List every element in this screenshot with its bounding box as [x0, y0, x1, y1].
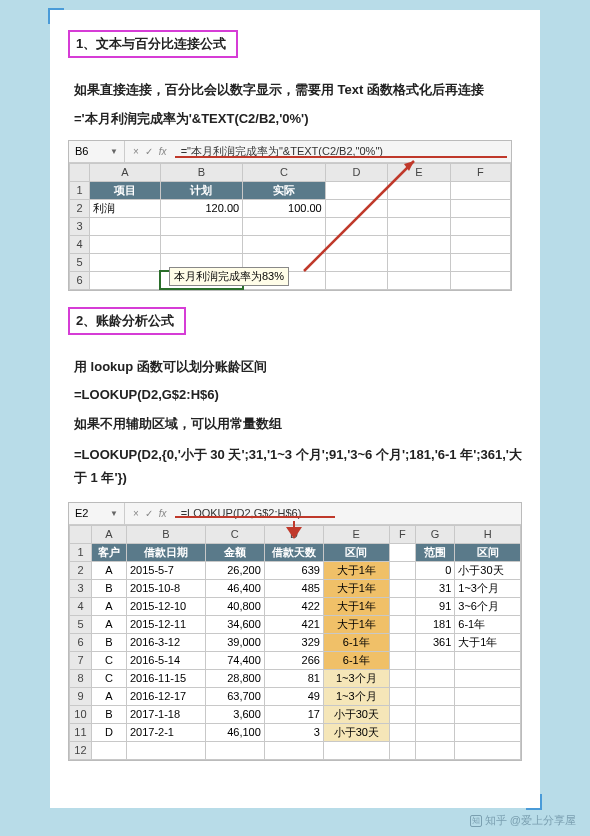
cell[interactable]: 266 [264, 651, 323, 669]
table-row[interactable]: 9A2016-12-1763,700491~3个月 [70, 687, 521, 705]
table-row[interactable]: 5A2015-12-1134,600421大于1年1816-1年 [70, 615, 521, 633]
excel1-grid[interactable]: ABCDEF 1项目计划实际 2利润120.00100.00 3 4 5 6 [69, 163, 511, 291]
cell[interactable]: 2016-12-17 [126, 687, 205, 705]
cell[interactable]: 485 [264, 579, 323, 597]
cell[interactable]: 329 [264, 633, 323, 651]
cell[interactable]: 81 [264, 669, 323, 687]
table-row[interactable]: 3B2015-10-846,400485大于1年311~3个月 [70, 579, 521, 597]
cell[interactable]: 46,400 [205, 579, 264, 597]
cell[interactable]: 46,100 [205, 723, 264, 741]
cell[interactable]: 2015-5-7 [126, 561, 205, 579]
cell[interactable]: 100.00 [243, 199, 326, 217]
cell[interactable] [389, 579, 415, 597]
cell[interactable]: B [91, 705, 126, 723]
cell[interactable] [389, 669, 415, 687]
cell[interactable]: 34,600 [205, 615, 264, 633]
cell[interactable]: 0 [415, 561, 454, 579]
cell[interactable]: 小于30天 [323, 723, 389, 741]
cell[interactable] [415, 723, 454, 741]
excel1-namebox[interactable]: B6▼ [69, 141, 125, 162]
cell[interactable] [389, 651, 415, 669]
cell[interactable]: 2017-1-18 [126, 705, 205, 723]
table-row[interactable]: 4A2015-12-1040,800422大于1年913~6个月 [70, 597, 521, 615]
cell[interactable]: 63,700 [205, 687, 264, 705]
cell[interactable]: 26,200 [205, 561, 264, 579]
table-row[interactable]: 8C2016-11-1528,800811~3个月 [70, 669, 521, 687]
table-row[interactable]: 11D2017-2-146,1003小于30天 [70, 723, 521, 741]
cell[interactable]: D [91, 723, 126, 741]
cell[interactable] [415, 651, 454, 669]
cell[interactable]: 181 [415, 615, 454, 633]
cell[interactable]: 120.00 [160, 199, 243, 217]
cell[interactable]: 74,400 [205, 651, 264, 669]
table-row[interactable]: 7C2016-5-1474,4002666-1年 [70, 651, 521, 669]
cell[interactable] [415, 687, 454, 705]
cell[interactable]: 计划 [160, 181, 243, 199]
cell[interactable]: 2016-3-12 [126, 633, 205, 651]
excel2-namebox[interactable]: E2▼ [69, 503, 125, 524]
cell[interactable] [415, 705, 454, 723]
cell[interactable]: 2017-2-1 [126, 723, 205, 741]
cell[interactable]: 大于1年 [323, 579, 389, 597]
cell[interactable]: 6-1年 [323, 651, 389, 669]
cell[interactable]: 91 [415, 597, 454, 615]
cell[interactable]: 49 [264, 687, 323, 705]
cell[interactable]: 实际 [243, 181, 326, 199]
cell[interactable]: 小于30天 [323, 705, 389, 723]
cell[interactable]: 39,000 [205, 633, 264, 651]
cell[interactable]: 28,800 [205, 669, 264, 687]
cell[interactable] [389, 687, 415, 705]
cell[interactable]: 小于30天 [455, 561, 521, 579]
cell[interactable] [389, 705, 415, 723]
cell[interactable] [389, 597, 415, 615]
cell[interactable]: C [91, 651, 126, 669]
cell[interactable]: 1~3个月 [323, 669, 389, 687]
cell[interactable]: B [91, 579, 126, 597]
cell[interactable]: 361 [415, 633, 454, 651]
cell[interactable]: 6-1年 [455, 615, 521, 633]
cell[interactable]: 17 [264, 705, 323, 723]
cell[interactable] [455, 705, 521, 723]
table-row[interactable]: 2A2015-5-726,200639大于1年0小于30天 [70, 561, 521, 579]
excel2-grid[interactable]: ABCDEFGH 1客户借款日期金额借款天数区间范围区间 2A2015-5-72… [69, 525, 521, 760]
cell[interactable]: 2016-11-15 [126, 669, 205, 687]
cell[interactable] [389, 633, 415, 651]
cell[interactable]: 2015-10-8 [126, 579, 205, 597]
cell[interactable]: 6-1年 [323, 633, 389, 651]
cell[interactable] [389, 723, 415, 741]
cell[interactable]: 1~3个月 [323, 687, 389, 705]
cell[interactable]: 大于1年 [455, 633, 521, 651]
cell[interactable]: 2015-12-10 [126, 597, 205, 615]
excel2-fx-input[interactable]: =LOOKUP(D2,G$2:H$6) [175, 507, 521, 519]
cell[interactable] [455, 669, 521, 687]
cell[interactable]: 3,600 [205, 705, 264, 723]
cell[interactable]: 3 [264, 723, 323, 741]
cell[interactable]: A [91, 615, 126, 633]
cell[interactable] [415, 669, 454, 687]
table-row[interactable]: 6B2016-3-1239,0003296-1年361大于1年 [70, 633, 521, 651]
cell[interactable]: 421 [264, 615, 323, 633]
cell[interactable]: A [91, 597, 126, 615]
cell[interactable]: B [91, 633, 126, 651]
table-row[interactable]: 10B2017-1-183,60017小于30天 [70, 705, 521, 723]
cell[interactable]: 大于1年 [323, 615, 389, 633]
cell[interactable] [455, 687, 521, 705]
cell[interactable]: A [91, 561, 126, 579]
cell[interactable]: 大于1年 [323, 561, 389, 579]
cell[interactable]: A [91, 687, 126, 705]
cell[interactable]: C [91, 669, 126, 687]
cell[interactable]: 31 [415, 579, 454, 597]
cell[interactable] [389, 615, 415, 633]
cell[interactable] [455, 651, 521, 669]
cell[interactable]: 40,800 [205, 597, 264, 615]
cell[interactable]: 1~3个月 [455, 579, 521, 597]
cell[interactable]: 2015-12-11 [126, 615, 205, 633]
excel1-fx-input[interactable]: ="本月利润完成率为"&TEXT(C2/B2,"0%") [175, 144, 511, 159]
cell[interactable]: 大于1年 [323, 597, 389, 615]
cell[interactable] [389, 561, 415, 579]
cell[interactable]: 639 [264, 561, 323, 579]
cell[interactable]: 422 [264, 597, 323, 615]
cell[interactable]: 2016-5-14 [126, 651, 205, 669]
cell[interactable]: 3~6个月 [455, 597, 521, 615]
cell[interactable]: 利润 [90, 199, 160, 217]
